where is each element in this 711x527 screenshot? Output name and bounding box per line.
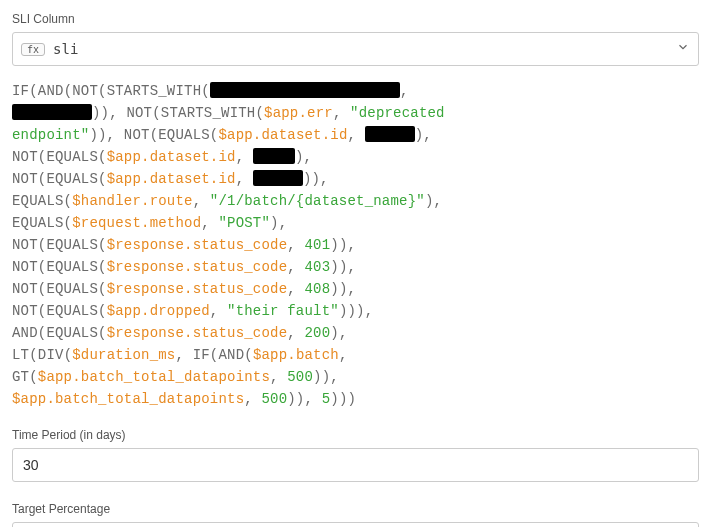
string-token: "/1/batch/{dataset_name}" bbox=[210, 193, 425, 209]
variable-token: $response.status_code bbox=[107, 237, 288, 253]
function-token: IF bbox=[12, 83, 29, 99]
number-token: 5 bbox=[322, 391, 331, 407]
punct-token: )), bbox=[92, 105, 126, 121]
punct-token: ( bbox=[64, 215, 73, 231]
function-token: IF bbox=[193, 347, 210, 363]
punct-token: )), bbox=[330, 281, 356, 297]
string-token: "their fault" bbox=[227, 303, 339, 319]
function-token: EQUALS bbox=[46, 259, 98, 275]
function-token: DIV bbox=[38, 347, 64, 363]
variable-token: $app.batch bbox=[253, 347, 339, 363]
redacted-value bbox=[12, 104, 92, 120]
punct-token: ), bbox=[295, 149, 312, 165]
punct-token: )), bbox=[313, 369, 339, 385]
punct-token: , bbox=[236, 171, 253, 187]
punct-token: ), bbox=[330, 325, 347, 341]
number-token: 401 bbox=[304, 237, 330, 253]
function-token: AND bbox=[38, 83, 64, 99]
punct-token: , bbox=[400, 83, 409, 99]
punct-token: , bbox=[236, 149, 253, 165]
number-token: 500 bbox=[287, 369, 313, 385]
function-token: EQUALS bbox=[46, 237, 98, 253]
function-token: NOT bbox=[12, 237, 38, 253]
punct-token: ( bbox=[98, 281, 107, 297]
time-period-input[interactable] bbox=[12, 448, 699, 482]
function-token: NOT bbox=[12, 303, 38, 319]
function-token: NOT bbox=[124, 127, 150, 143]
punct-token: )), bbox=[330, 237, 356, 253]
punct-token: , bbox=[287, 281, 304, 297]
punct-token: ), bbox=[415, 127, 432, 143]
punct-token: ))) bbox=[330, 391, 356, 407]
punct-token: )), bbox=[287, 391, 321, 407]
punct-token: , bbox=[270, 369, 287, 385]
variable-token: $request.method bbox=[72, 215, 201, 231]
redacted-value bbox=[210, 82, 400, 98]
punct-token: ), bbox=[270, 215, 287, 231]
function-token: NOT bbox=[72, 83, 98, 99]
punct-token: , bbox=[287, 237, 304, 253]
punct-token: , bbox=[333, 105, 350, 121]
redacted-value bbox=[253, 148, 295, 164]
variable-token: $response.status_code bbox=[107, 281, 288, 297]
punct-token: ( bbox=[98, 303, 107, 319]
punct-token: ( bbox=[152, 105, 161, 121]
redacted-value bbox=[365, 126, 415, 142]
number-token: 403 bbox=[304, 259, 330, 275]
variable-token: $duration_ms bbox=[72, 347, 175, 363]
punct-token: ( bbox=[29, 83, 38, 99]
chevron-down-icon bbox=[676, 40, 690, 58]
punct-token: , bbox=[201, 215, 218, 231]
punct-token: ( bbox=[255, 105, 264, 121]
string-token: "deprecated bbox=[350, 105, 445, 121]
function-token: EQUALS bbox=[12, 215, 64, 231]
function-token: EQUALS bbox=[46, 325, 98, 341]
punct-token: , bbox=[287, 259, 304, 275]
punct-token: ), bbox=[425, 193, 442, 209]
punct-token: ( bbox=[64, 83, 73, 99]
punct-token: )), bbox=[303, 171, 329, 187]
number-token: 408 bbox=[304, 281, 330, 297]
target-percentage-input[interactable] bbox=[12, 522, 699, 527]
function-token: EQUALS bbox=[46, 171, 98, 187]
punct-token: ( bbox=[244, 347, 253, 363]
function-token: NOT bbox=[12, 149, 38, 165]
number-token: 500 bbox=[261, 391, 287, 407]
function-token: NOT bbox=[12, 171, 38, 187]
function-token: LT bbox=[12, 347, 29, 363]
punct-token: , bbox=[193, 193, 210, 209]
target-percentage-label: Target Percentage bbox=[12, 502, 699, 516]
punct-token: ( bbox=[98, 83, 107, 99]
string-token: "POST" bbox=[218, 215, 270, 231]
punct-token: ( bbox=[64, 347, 73, 363]
punct-token: ( bbox=[98, 237, 107, 253]
function-token: EQUALS bbox=[158, 127, 210, 143]
variable-token: $handler.route bbox=[72, 193, 192, 209]
function-token: STARTS_WITH bbox=[161, 105, 256, 121]
variable-token: $app.dataset.id bbox=[218, 127, 347, 143]
sli-expression: IF(AND(NOT(STARTS_WITH(,)), NOT(STARTS_W… bbox=[12, 80, 699, 410]
variable-token: $response.status_code bbox=[107, 325, 288, 341]
punct-token: ))), bbox=[339, 303, 373, 319]
redacted-value bbox=[253, 170, 303, 186]
punct-token: ( bbox=[201, 83, 210, 99]
function-token: EQUALS bbox=[12, 193, 64, 209]
punct-token: ( bbox=[98, 149, 107, 165]
punct-token: , bbox=[348, 127, 365, 143]
punct-token: , bbox=[287, 325, 304, 341]
variable-token: $app.dataset.id bbox=[107, 171, 236, 187]
punct-token: ( bbox=[98, 259, 107, 275]
function-token: EQUALS bbox=[46, 149, 98, 165]
function-token: EQUALS bbox=[46, 281, 98, 297]
punct-token: ( bbox=[64, 193, 73, 209]
variable-token: $response.status_code bbox=[107, 259, 288, 275]
variable-token: $app.dropped bbox=[107, 303, 210, 319]
punct-token: ( bbox=[29, 369, 38, 385]
sli-column-select[interactable]: fx sli bbox=[12, 32, 699, 66]
function-token: NOT bbox=[126, 105, 152, 121]
string-token: endpoint" bbox=[12, 127, 89, 143]
punct-token: ( bbox=[150, 127, 159, 143]
variable-token: $app.batch_total_datapoints bbox=[12, 391, 244, 407]
sli-column-label: SLI Column bbox=[12, 12, 699, 26]
variable-token: $app.err bbox=[264, 105, 333, 121]
